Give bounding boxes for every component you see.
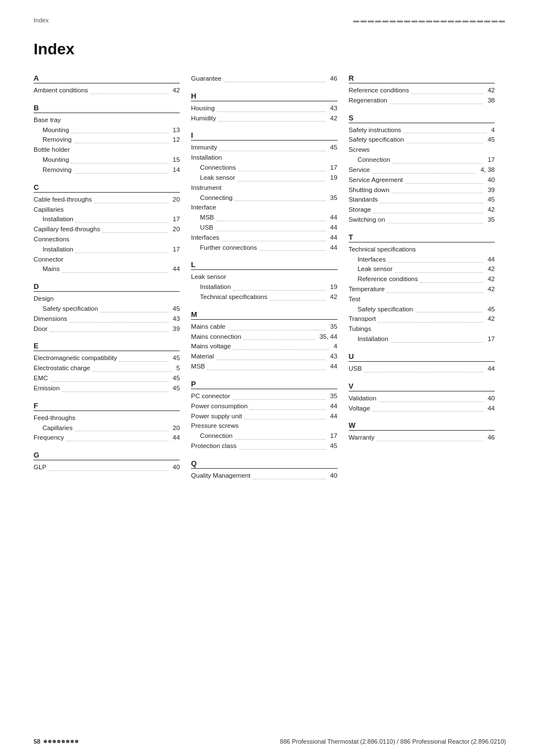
entry-page: 44 [488, 255, 495, 265]
list-item: Bottle holder [34, 145, 180, 155]
entry-dots [50, 374, 168, 382]
entry-page: 46 [488, 433, 495, 443]
list-item: Removing14 [34, 165, 180, 175]
entry-label: Mounting [43, 125, 69, 136]
list-item: Standards45 [349, 195, 495, 205]
entry-page: 42 [488, 274, 495, 284]
list-item: Ambient conditions42 [34, 86, 180, 96]
list-item: Housing43 [191, 104, 337, 114]
entry-page: 38 [488, 96, 495, 106]
list-item: Instrument [191, 183, 337, 193]
entry-page: 46 [330, 74, 338, 84]
list-item: Installation17 [349, 334, 495, 344]
entry-dots [405, 175, 483, 184]
list-item: Design [34, 294, 180, 304]
entry-label: Frequency [34, 433, 64, 443]
column-2: RReference conditions42Regeneration38SSa… [349, 74, 506, 481]
entry-label: Leak sensor [358, 264, 393, 274]
top-dots: ▬▬▬▬▬▬▬▬▬▬▬▬▬▬▬▬▬▬▬▬▬ [353, 17, 506, 24]
entry-label: Connection [358, 155, 390, 165]
entry-page: 44 [488, 404, 495, 414]
section-letter-Q: Q [191, 459, 337, 469]
entry-label: Transport [349, 314, 376, 324]
entry-dots [62, 264, 168, 273]
entry-label: Connections [34, 235, 69, 245]
list-item: Leak sensor19 [191, 173, 337, 183]
entry-dots [420, 274, 483, 283]
section-letter-D: D [34, 282, 180, 292]
entry-page: 45 [488, 135, 495, 145]
entry-page: 35 [488, 215, 495, 225]
list-item: Reference conditions42 [349, 274, 495, 284]
entry-page: 19 [330, 282, 338, 292]
entry-label: Power consumption [191, 402, 247, 412]
entry-dots [216, 352, 326, 360]
entry-dots [216, 213, 326, 221]
entry-page: 17 [173, 245, 180, 255]
entry-label: Switching on [349, 215, 385, 225]
entry-dots [50, 324, 168, 333]
entry-page: 17 [330, 163, 338, 173]
entry-label: Protection class [191, 441, 236, 451]
entry-dots [252, 471, 325, 479]
section-letter-F: F [34, 402, 180, 411]
entry-page: 35 [330, 322, 338, 332]
list-item: Installation19 [191, 282, 337, 292]
entry-label: Dimensions [34, 314, 67, 324]
entry-label: Installation [191, 153, 222, 163]
entry-page: 4 [334, 342, 337, 352]
list-item: Mains cable35 [191, 322, 337, 332]
entry-dots [74, 165, 168, 174]
entry-label: Reference conditions [349, 86, 409, 96]
entry-dots [90, 86, 168, 94]
list-item: Frequency44 [34, 433, 180, 443]
entry-label: Storage [349, 205, 371, 215]
entry-label: Mains voltage [191, 342, 231, 352]
entry-dots [62, 384, 168, 392]
section-letter-E: E [34, 342, 180, 351]
section-letter-I: I [191, 131, 337, 141]
list-item: Technical specifications [349, 245, 495, 255]
entry-dots [372, 404, 483, 412]
entry-dots [243, 332, 315, 340]
list-item: Mains connection35, 44 [191, 332, 337, 342]
dot1 [44, 740, 47, 743]
entry-page: 12 [173, 135, 180, 145]
entry-label: Installation [200, 282, 231, 292]
entry-dots [391, 334, 484, 343]
entry-label: Design [34, 294, 54, 304]
entry-page: 42 [488, 264, 495, 274]
entry-page: 45 [173, 374, 180, 384]
entry-page: 35 [330, 391, 338, 402]
entry-label: Test [349, 295, 360, 305]
entry-dots [49, 463, 168, 471]
entry-label: Screws [349, 145, 370, 155]
entry-dots [207, 362, 326, 370]
entry-label: Safety specification [349, 135, 404, 145]
entry-dots [373, 205, 483, 213]
list-item: Protection class45 [191, 441, 337, 451]
entry-label: Electromagnetic compatibility [34, 353, 117, 363]
entry-label: Mounting [43, 155, 69, 165]
list-item: Interfaces44 [191, 233, 337, 243]
entry-label: Validation [349, 394, 377, 404]
section-letter-U: U [349, 352, 495, 362]
entry-label: Technical specifications [349, 245, 416, 255]
entry-label: Connector [34, 255, 63, 265]
entry-dots [235, 431, 326, 440]
entry-page: 45 [173, 384, 180, 394]
section-letter-T: T [349, 233, 495, 242]
entry-page: 4, 38 [480, 165, 495, 175]
entry-page: 35, 44 [320, 332, 338, 342]
product-info: 886 Professional Thermostat (2.886.0110)… [280, 738, 506, 745]
entry-label: Standards [349, 195, 378, 205]
list-item: Material43 [191, 352, 337, 362]
entry-dots [406, 135, 483, 143]
entry-label: Interfaces [358, 255, 386, 265]
entry-label: Capillaries [34, 205, 64, 215]
list-item: Transport42 [349, 314, 495, 324]
entry-page: 44 [330, 223, 338, 233]
entry-dots [233, 282, 326, 291]
list-item: Safety specification45 [349, 135, 495, 145]
entry-label: MSB [200, 213, 214, 223]
